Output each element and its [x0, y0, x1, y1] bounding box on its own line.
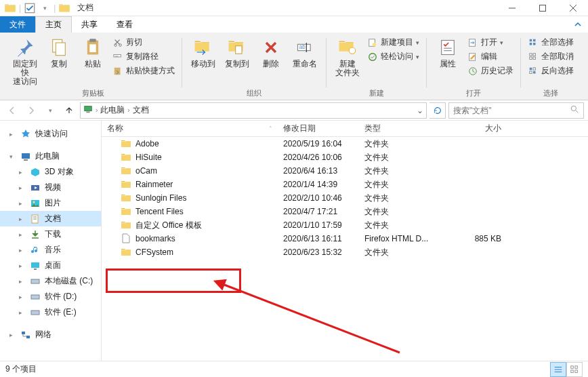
- address-bar[interactable]: › 此电脑 › 文档 ⌄: [80, 102, 427, 119]
- tab-view[interactable]: 查看: [107, 16, 142, 33]
- svg-rect-57: [31, 295, 39, 299]
- folder-icon: [121, 152, 131, 163]
- svg-rect-56: [31, 279, 39, 283]
- refresh-button[interactable]: [429, 102, 446, 119]
- file-icon: [121, 233, 131, 244]
- svg-rect-42: [86, 112, 89, 113]
- navigation-pane[interactable]: ▸快速访问 ▾此电脑 ▸3D 对象 ▸视频 ▸图片 ▸文档 ▸下载 ▸音乐 ▸桌…: [0, 121, 102, 361]
- copy-button[interactable]: 复制: [42, 35, 76, 70]
- copy-path-button[interactable]: ww复制路径: [112, 51, 175, 62]
- ribbon-body: 固定到快 速访问 复制 粘贴 剪切 ww复制路径 粘贴快捷方式 剪贴板 移动到: [0, 33, 588, 100]
- cut-button[interactable]: 剪切: [112, 37, 175, 48]
- file-name: CFSystem: [135, 247, 173, 257]
- nav-documents[interactable]: ▸文档: [0, 211, 101, 226]
- breadcrumb-this-pc[interactable]: 此电脑: [100, 104, 125, 116]
- nav-pictures[interactable]: ▸图片: [0, 195, 101, 211]
- list-header[interactable]: 名称˄ 修改日期 类型 大小: [102, 121, 588, 137]
- new-item-button[interactable]: 新建项目▾: [367, 37, 419, 48]
- ribbon-collapse-button[interactable]: [568, 16, 588, 33]
- history-button[interactable]: 历史记录: [467, 65, 513, 77]
- table-row[interactable]: Sunlogin Files2020/2/10 10:46文件夹: [102, 191, 588, 205]
- new-folder-button[interactable]: 新建 文件夹: [331, 35, 364, 79]
- delete-icon: [260, 37, 282, 58]
- edit-button[interactable]: 编辑: [467, 51, 513, 62]
- file-name: Tencent Files: [135, 207, 184, 216]
- select-all-button[interactable]: 全部选择: [528, 37, 574, 48]
- nav-disk-c[interactable]: ▸本地磁盘 (C:): [0, 273, 101, 289]
- col-size[interactable]: 大小: [447, 123, 515, 134]
- breadcrumb-current[interactable]: 文档: [133, 104, 149, 116]
- nav-quick-access[interactable]: ▸快速访问: [0, 126, 101, 142]
- svg-rect-8: [89, 39, 96, 42]
- easy-access-button[interactable]: 轻松访问▾: [367, 51, 419, 62]
- table-row[interactable]: bookmarks2020/6/13 16:11Firefox HTML D..…: [102, 232, 588, 245]
- svg-rect-55: [34, 269, 37, 270]
- chevron-right-icon[interactable]: ›: [96, 106, 98, 114]
- view-details-button[interactable]: [550, 362, 566, 377]
- star-icon: [20, 129, 31, 140]
- file-name: bookmarks: [135, 234, 175, 243]
- file-type: 文件夹: [359, 138, 447, 150]
- col-date[interactable]: 修改日期: [278, 123, 359, 134]
- paste-shortcut-button[interactable]: 粘贴快捷方式: [112, 65, 175, 77]
- easy-access-icon: [367, 52, 378, 62]
- properties-button[interactable]: 属性: [431, 35, 465, 70]
- copy-path-icon: ww: [112, 52, 123, 62]
- paste-button[interactable]: 粘贴: [76, 35, 110, 70]
- delete-button[interactable]: 删除: [254, 35, 288, 70]
- file-type: 文件夹: [359, 247, 447, 258]
- minimize-button[interactable]: [497, 0, 527, 16]
- table-row[interactable]: oCam2020/6/4 16:13文件夹: [102, 164, 588, 178]
- qat-check-icon[interactable]: [24, 2, 36, 14]
- table-row[interactable]: Rainmeter2020/1/4 14:39文件夹: [102, 178, 588, 191]
- table-row[interactable]: HiSuite2020/4/26 10:06文件夹: [102, 151, 588, 164]
- svg-point-21: [373, 43, 376, 46]
- nav-recent-button[interactable]: ▾: [42, 102, 58, 119]
- nav-network[interactable]: ▸网络: [0, 327, 101, 342]
- nav-music[interactable]: ▸音乐: [0, 242, 101, 258]
- nav-back-button[interactable]: [4, 102, 20, 119]
- table-row[interactable]: Adobe2020/5/19 16:04文件夹: [102, 137, 588, 151]
- file-date: 2020/6/23 15:32: [278, 247, 359, 257]
- window-title: 文档: [77, 2, 93, 14]
- nav-disk-d[interactable]: ▸软件 (D:): [0, 289, 101, 304]
- status-bar: 9 个项目: [0, 361, 588, 377]
- nav-up-button[interactable]: [61, 102, 77, 119]
- tab-home[interactable]: 主页: [35, 16, 72, 33]
- svg-rect-35: [530, 57, 532, 60]
- move-to-button[interactable]: 移动到: [186, 35, 220, 70]
- table-row[interactable]: Tencent Files2020/4/7 17:21文件夹: [102, 205, 588, 218]
- nav-downloads[interactable]: ▸下载: [0, 226, 101, 242]
- select-none-button[interactable]: 全部取消: [528, 51, 574, 62]
- rename-button[interactable]: ab 重命名: [288, 35, 322, 70]
- nav-forward-button[interactable]: [23, 102, 39, 119]
- tab-share[interactable]: 共享: [72, 16, 107, 33]
- col-name[interactable]: 名称˄: [102, 123, 278, 134]
- view-icons-button[interactable]: [566, 362, 583, 377]
- tab-file[interactable]: 文件: [0, 16, 35, 33]
- search-icon[interactable]: [570, 105, 579, 116]
- maximize-button[interactable]: [527, 0, 558, 16]
- list-body[interactable]: Adobe2020/5/19 16:04文件夹HiSuite2020/4/26 …: [102, 137, 588, 361]
- chevron-right-icon[interactable]: ›: [127, 106, 129, 114]
- close-button[interactable]: [558, 0, 588, 16]
- open-button[interactable]: 打开▾: [467, 37, 513, 48]
- table-row[interactable]: CFSystem2020/6/23 15:32文件夹: [102, 245, 588, 259]
- nav-disk-e[interactable]: ▸软件 (E:): [0, 304, 101, 320]
- pin-quick-access-button[interactable]: 固定到快 速访问: [8, 35, 42, 87]
- address-dropdown-icon[interactable]: ⌄: [417, 106, 423, 115]
- svg-text:ab: ab: [299, 44, 306, 50]
- invert-selection-button[interactable]: 反向选择: [528, 65, 574, 77]
- svg-rect-6: [56, 43, 65, 56]
- copy-to-button[interactable]: 复制到: [220, 35, 254, 70]
- disk-icon: [30, 307, 41, 318]
- nav-videos[interactable]: ▸视频: [0, 180, 101, 195]
- search-box[interactable]: [448, 102, 584, 119]
- table-row[interactable]: 自定义 Office 模板2020/1/10 17:59文件夹: [102, 218, 588, 232]
- col-type[interactable]: 类型: [359, 123, 447, 134]
- qat-dropdown-icon[interactable]: ▾: [39, 2, 51, 14]
- nav-this-pc[interactable]: ▾此电脑: [0, 148, 101, 164]
- nav-3d-objects[interactable]: ▸3D 对象: [0, 164, 101, 180]
- search-input[interactable]: [453, 106, 566, 115]
- nav-desktop[interactable]: ▸桌面: [0, 258, 101, 273]
